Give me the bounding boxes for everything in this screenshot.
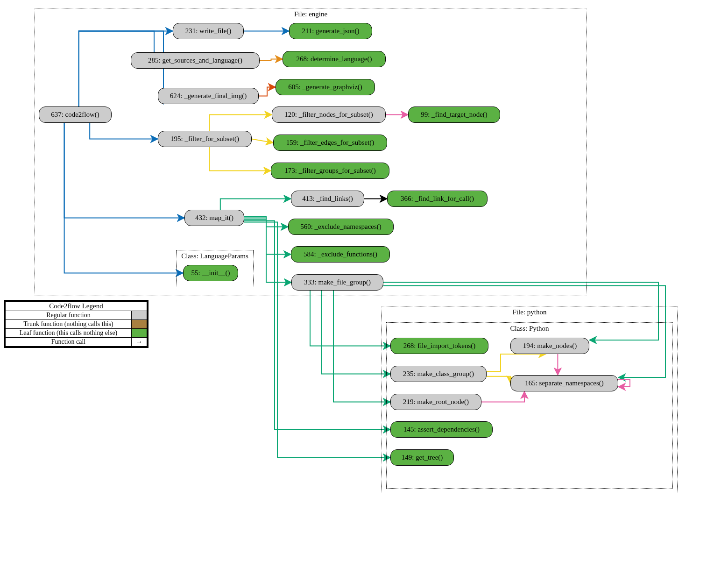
node-make_class_group[interactable]: 235: make_class_group() — [390, 366, 487, 382]
node-generate_graphviz[interactable]: 605: _generate_graphviz() — [276, 79, 375, 95]
node-label: 268: determine_language() — [296, 55, 372, 63]
node-label: 413: _find_links() — [302, 195, 353, 203]
edge — [310, 291, 390, 346]
node-label: 219: make_root_node() — [403, 398, 469, 406]
node-generate_json[interactable]: 211: generate_json() — [289, 23, 372, 39]
node-init[interactable]: 55: __init__() — [183, 265, 238, 281]
node-label: 584: _exclude_functions() — [304, 250, 377, 258]
node-filter_groups[interactable]: 173: _filter_groups_for_subset() — [271, 163, 389, 179]
node-label: 194: make_nodes() — [523, 342, 577, 350]
node-label: 145: assert_dependencies() — [403, 426, 480, 433]
legend-row-label: Regular function — [6, 311, 132, 320]
node-get_tree[interactable]: 149: get_tree() — [390, 449, 454, 466]
node-label: 605: _generate_graphviz() — [288, 83, 362, 91]
node-label: 560: _exclude_namespaces() — [300, 223, 382, 231]
node-label: 211: generate_json() — [302, 27, 359, 35]
node-file_import_tokens[interactable]: 268: file_import_tokens() — [390, 338, 488, 354]
legend-title: Code2flow Legend — [6, 302, 147, 311]
node-label: 120: _filter_nodes_for_subset() — [284, 111, 373, 119]
node-find_links[interactable]: 413: _find_links() — [291, 191, 364, 207]
node-find_link_for_call[interactable]: 366: _find_link_for_call() — [387, 191, 488, 207]
node-label: 432: map_it() — [195, 214, 233, 222]
node-label: 165: separate_namespaces() — [525, 379, 604, 387]
legend-row-label: Leaf function (this calls nothing else) — [6, 329, 132, 338]
node-make_root_node[interactable]: 219: make_root_node() — [390, 394, 481, 410]
node-determine_language[interactable]: 268: determine_language() — [283, 51, 386, 67]
edge — [322, 291, 390, 374]
node-exclude_functions[interactable]: 584: _exclude_functions() — [291, 246, 390, 263]
node-label: 99: _find_target_node() — [421, 111, 488, 119]
node-label: 231: write_file() — [185, 27, 232, 35]
node-make_file_group[interactable]: 333: make_file_group() — [291, 274, 383, 291]
node-get_sources[interactable]: 285: get_sources_and_language() — [131, 52, 260, 69]
legend-row-label: Trunk function (nothing calls this) — [6, 320, 132, 329]
node-label: 173: _filter_groups_for_subset() — [284, 167, 375, 175]
node-assert_dependencies[interactable]: 145: assert_dependencies() — [390, 421, 493, 438]
node-label: 637: code2flow() — [51, 111, 99, 119]
node-make_nodes[interactable]: 194: make_nodes() — [510, 338, 589, 354]
node-label: 366: _find_link_for_call() — [401, 195, 474, 203]
node-filter_for_subset[interactable]: 195: _filter_for_subset() — [158, 131, 252, 147]
node-write_file[interactable]: 231: write_file() — [173, 23, 244, 39]
node-label: 159: _filter_edges_for_subset() — [286, 139, 375, 147]
node-label: 235: make_class_group() — [403, 370, 474, 378]
cluster-label: Class: LanguageParams — [177, 252, 253, 260]
diagram-canvas: File: engineClass: LanguageParamsFile: p… — [0, 0, 728, 575]
legend-arrow-icon: → — [132, 338, 147, 347]
node-label: 149: get_tree() — [402, 454, 443, 461]
node-label: 285: get_sources_and_language() — [148, 57, 242, 64]
legend-swatch — [132, 311, 147, 320]
legend-row-label: Function call — [6, 338, 132, 347]
node-label: 55: __init__() — [191, 269, 230, 277]
cluster-label: Class: Python — [387, 325, 672, 333]
node-map_it[interactable]: 432: map_it() — [184, 210, 244, 226]
node-label: 333: make_file_group() — [304, 278, 371, 286]
node-generate_final_img[interactable]: 624: _generate_final_img() — [158, 88, 259, 104]
node-label: 268: file_import_tokens() — [403, 342, 476, 350]
legend-swatch — [132, 320, 147, 329]
cluster-label: File: python — [382, 308, 677, 316]
node-find_target_node[interactable]: 99: _find_target_node() — [408, 106, 500, 123]
node-separate_namespaces[interactable]: 165: separate_namespaces() — [510, 375, 618, 391]
node-code2flow[interactable]: 637: code2flow() — [39, 106, 112, 123]
node-filter_edges[interactable]: 159: _filter_edges_for_subset() — [273, 135, 387, 151]
cluster-label: File: engine — [35, 10, 587, 18]
legend: Code2flow LegendRegular functionTrunk fu… — [4, 300, 148, 348]
node-label: 195: _filter_for_subset() — [170, 135, 239, 143]
node-filter_nodes[interactable]: 120: _filter_nodes_for_subset() — [272, 106, 386, 123]
node-label: 624: _generate_final_img() — [170, 92, 247, 100]
node-exclude_namespaces[interactable]: 560: _exclude_namespaces() — [288, 219, 394, 235]
legend-swatch — [132, 329, 147, 338]
